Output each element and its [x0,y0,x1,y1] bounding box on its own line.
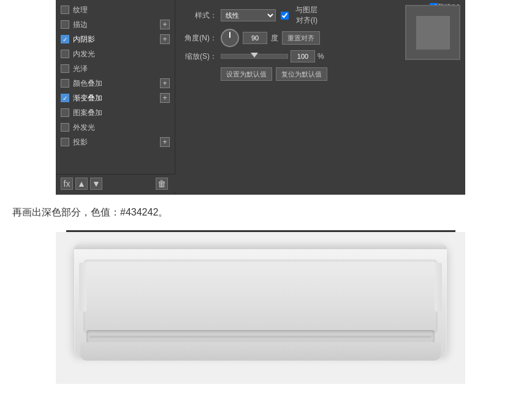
style-select[interactable]: 线性 [221,9,276,21]
inner-shadow-label: 内阴影 [73,34,158,45]
gradient-overlay-label: 渐变叠加 [73,93,158,103]
effects-list: 纹理 描边 + 内阴影 + 内发光 光泽 [56,0,175,195]
align-text: 与图层对齐(I) [291,5,318,26]
effect-row-pattern-overlay[interactable]: 图案叠加 [56,105,175,120]
drop-shadow-label: 投影 [73,137,158,148]
move-down-button[interactable]: ▼ [90,178,102,190]
reset-align-button[interactable]: 重置对齐 [282,31,320,45]
effect-row-satin[interactable]: 光泽 [56,61,175,76]
fx-label: fx [64,179,70,189]
effect-row-inner-glow[interactable]: 内发光 [56,47,175,61]
texture-checkbox[interactable] [61,6,69,14]
scale-slider-track[interactable] [221,54,288,59]
scale-slider-thumb [251,53,258,58]
fx-button[interactable]: fx [61,178,73,190]
align-checkbox[interactable] [281,12,289,20]
color-overlay-add-btn[interactable]: + [160,78,170,88]
stroke-add-btn[interactable]: + [160,20,170,29]
inner-glow-label: 内发光 [73,49,170,59]
scale-input[interactable] [291,50,315,62]
outer-glow-label: 外发光 [73,122,170,133]
scale-slider-container: % [221,50,324,62]
photoshop-panel: 纹理 描边 + 内阴影 + 内发光 光泽 [56,0,465,195]
default-buttons-row: 设置为默认值 复位为默认值 [180,67,460,81]
effect-row-stroke[interactable]: 描边 + [56,17,175,32]
drop-shadow-checkbox[interactable] [61,138,69,146]
drop-shadow-add-btn[interactable]: + [160,137,170,147]
color-overlay-checkbox[interactable] [61,79,69,88]
angle-section: 度 重置对齐 [221,29,320,47]
effect-row-outer-glow[interactable]: 外发光 [56,120,175,135]
effect-row-texture[interactable]: 纹理 [56,2,175,17]
style-label: 样式： [180,10,217,21]
align-label: 与图层对齐(I) [281,5,318,26]
move-up-button[interactable]: ▲ [75,178,88,190]
ac-body [74,244,447,354]
angle-dial[interactable] [221,29,239,47]
pattern-overlay-label: 图案叠加 [73,108,170,118]
inner-shadow-add-btn[interactable]: + [160,34,170,44]
gradient-overlay-add-btn[interactable]: + [160,93,170,103]
pattern-overlay-checkbox[interactable] [61,108,69,117]
color-overlay-label: 颜色叠加 [73,78,158,89]
ps-toolbar: fx ▲ ▼ 🗑 [56,174,175,192]
set-default-button[interactable]: 设置为默认值 [221,67,272,81]
texture-label: 纹理 [73,5,170,15]
stroke-label: 描边 [73,20,158,30]
gradient-overlay-checkbox[interactable] [61,94,69,102]
satin-checkbox[interactable] [61,64,69,73]
description-section: 再画出深色部分，色值：#434242。 [0,195,521,230]
angle-label: 角度(N)： [180,33,217,43]
reset-default-button[interactable]: 复位为默认值 [276,67,327,81]
ac-top-bar [74,244,447,249]
ac-bottom [80,342,441,361]
ac-vent-slat [89,336,432,337]
scale-unit: % [318,52,324,61]
outer-glow-checkbox[interactable] [61,123,69,132]
delete-button[interactable]: 🗑 [156,178,168,190]
ac-side-detail-left [79,263,86,312]
preview-inner [416,16,450,50]
inner-glow-checkbox[interactable] [61,50,69,58]
scale-label: 缩放(S)： [180,51,217,62]
ac-side-detail-right [435,263,442,312]
settings-right: 预览(V) 样式： 线性 与图层对齐(I) 角度(N)： 度 [175,0,465,195]
angle-input[interactable] [243,32,267,44]
description-text: 再画出深色部分，色值：#434242。 [12,204,509,220]
effect-row-inner-shadow[interactable]: 内阴影 + [56,32,175,47]
ac-vent [86,330,435,343]
effect-row-color-overlay[interactable]: 颜色叠加 + [56,76,175,91]
satin-label: 光泽 [73,64,170,74]
effect-row-gradient-overlay[interactable]: 渐变叠加 + [56,91,175,105]
preview-box [405,5,460,60]
effect-row-drop-shadow[interactable]: 投影 + [56,135,175,149]
panel-inner: 纹理 描边 + 内阴影 + 内发光 光泽 [56,0,465,195]
ac-front-panel [83,260,438,333]
inner-shadow-checkbox[interactable] [61,35,69,43]
stroke-checkbox[interactable] [61,20,69,29]
ac-section [56,232,465,384]
angle-unit: 度 [271,33,278,43]
